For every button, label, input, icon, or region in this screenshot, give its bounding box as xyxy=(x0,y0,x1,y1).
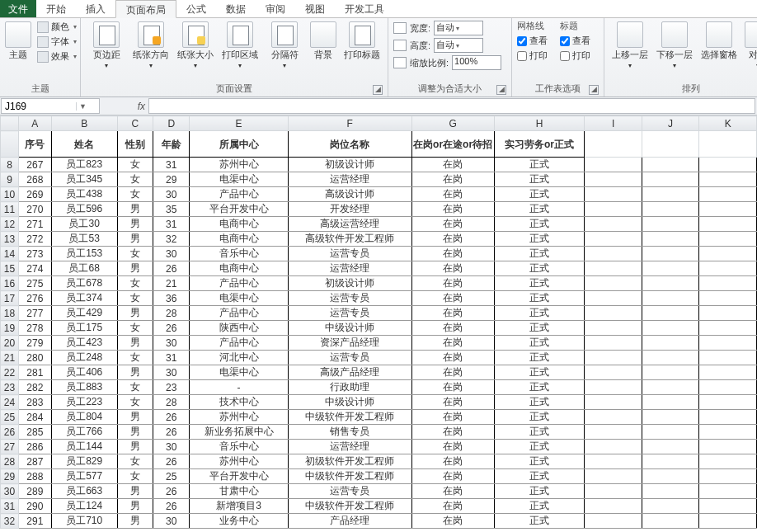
cell[interactable] xyxy=(699,410,757,425)
cell[interactable]: 291 xyxy=(18,514,51,529)
cell[interactable] xyxy=(585,217,642,232)
cell[interactable]: 23 xyxy=(153,380,190,395)
scale-launcher[interactable]: ◢ xyxy=(496,85,506,95)
cell[interactable]: 电渠中心 xyxy=(190,172,289,187)
row-header[interactable]: 26 xyxy=(1,425,19,440)
cell[interactable] xyxy=(642,425,699,440)
cell[interactable]: 正式 xyxy=(494,380,585,395)
cell[interactable] xyxy=(642,514,699,529)
cell[interactable] xyxy=(642,261,699,276)
cell[interactable]: 资深产品经理 xyxy=(288,336,411,351)
cell[interactable]: 女 xyxy=(117,321,153,336)
row-header[interactable]: 23 xyxy=(1,380,19,395)
cell[interactable]: 正式 xyxy=(494,158,585,172)
cell[interactable] xyxy=(585,380,642,395)
cell[interactable]: 29 xyxy=(153,172,190,187)
cell[interactable]: 男 xyxy=(117,410,153,425)
cell[interactable] xyxy=(585,469,642,484)
cell[interactable]: 行政助理 xyxy=(288,380,411,395)
cell[interactable]: 28 xyxy=(153,306,190,321)
cell[interactable] xyxy=(699,321,757,336)
cell[interactable]: 平台开发中心 xyxy=(190,469,289,484)
cell[interactable]: 员工678 xyxy=(51,276,117,291)
row-header[interactable]: 19 xyxy=(1,321,19,336)
fx-icon[interactable]: fx xyxy=(138,101,145,112)
cell[interactable]: 在岗 xyxy=(411,351,494,365)
table-header-cell[interactable]: 在岗or在途or待招 xyxy=(411,131,494,158)
cell[interactable] xyxy=(699,187,757,202)
align-button[interactable]: 对齐▾ xyxy=(743,20,757,73)
cell[interactable] xyxy=(585,247,642,261)
cell[interactable]: 正式 xyxy=(494,454,585,469)
themes-button[interactable]: 主题 xyxy=(5,20,31,61)
cell[interactable]: 员工68 xyxy=(51,261,117,276)
cell[interactable] xyxy=(699,469,757,484)
col-header-I[interactable]: I xyxy=(585,116,642,131)
cell[interactable] xyxy=(642,499,699,514)
cell[interactable]: 女 xyxy=(117,380,153,395)
cell[interactable]: 音乐中心 xyxy=(190,247,289,261)
sheetopt-launcher[interactable]: ◢ xyxy=(589,85,599,95)
row-header[interactable]: 17 xyxy=(1,291,19,306)
row-header[interactable]: 14 xyxy=(1,247,19,261)
cell[interactable] xyxy=(642,365,699,380)
cell[interactable]: 中级设计师 xyxy=(288,395,411,410)
cell[interactable] xyxy=(585,336,642,351)
cell[interactable]: 员工710 xyxy=(51,514,117,529)
cell[interactable]: 在岗 xyxy=(411,247,494,261)
print-area-button[interactable]: 打印区域▾ xyxy=(219,20,261,73)
cell[interactable]: 36 xyxy=(153,291,190,306)
row-header[interactable] xyxy=(1,131,19,158)
cell[interactable]: 279 xyxy=(18,336,51,351)
cell[interactable]: 甘肃中心 xyxy=(190,484,289,499)
cell[interactable] xyxy=(642,454,699,469)
row-header[interactable]: 25 xyxy=(1,410,19,425)
cell[interactable] xyxy=(585,261,642,276)
cell[interactable]: 正式 xyxy=(494,395,585,410)
row-header[interactable]: 12 xyxy=(1,217,19,232)
cell[interactable]: 在岗 xyxy=(411,380,494,395)
cell[interactable] xyxy=(642,131,699,158)
row-header[interactable]: 18 xyxy=(1,306,19,321)
cell[interactable]: 26 xyxy=(153,499,190,514)
row-header[interactable]: 16 xyxy=(1,276,19,291)
row-header[interactable]: 28 xyxy=(1,454,19,469)
cell[interactable]: 287 xyxy=(18,454,51,469)
cell[interactable]: 高级产品经理 xyxy=(288,365,411,380)
col-header-D[interactable]: D xyxy=(153,116,190,131)
cell[interactable]: 电渠中心 xyxy=(190,291,289,306)
cell[interactable]: 正式 xyxy=(494,425,585,440)
cell[interactable] xyxy=(642,484,699,499)
cell[interactable]: 272 xyxy=(18,232,51,247)
cell[interactable]: 员工144 xyxy=(51,440,117,454)
table-header-cell[interactable]: 实习劳务or正式 xyxy=(494,131,585,158)
row-header[interactable]: 15 xyxy=(1,261,19,276)
cell[interactable]: 初级设计师 xyxy=(288,276,411,291)
tab-公式[interactable]: 公式 xyxy=(176,0,216,17)
cell[interactable]: 员工374 xyxy=(51,291,117,306)
cell[interactable]: 21 xyxy=(153,276,190,291)
cell[interactable]: 在岗 xyxy=(411,499,494,514)
cell[interactable] xyxy=(585,232,642,247)
cell[interactable]: 正式 xyxy=(494,514,585,529)
cell[interactable] xyxy=(699,261,757,276)
tab-数据[interactable]: 数据 xyxy=(216,0,256,17)
row-header[interactable]: 9 xyxy=(1,172,19,187)
cell[interactable]: 员工30 xyxy=(51,217,117,232)
cell[interactable]: 高级软件开发工程师 xyxy=(288,232,411,247)
cell[interactable]: 员工53 xyxy=(51,232,117,247)
cell[interactable]: 电商中心 xyxy=(190,261,289,276)
gridlines-view-check[interactable]: 查看 xyxy=(517,34,557,48)
cell[interactable] xyxy=(699,454,757,469)
cell[interactable]: - xyxy=(190,380,289,395)
cell[interactable]: 正式 xyxy=(494,321,585,336)
cell[interactable]: 女 xyxy=(117,247,153,261)
cell[interactable]: 技术中心 xyxy=(190,395,289,410)
cell[interactable]: 35 xyxy=(153,202,190,217)
cell[interactable]: 正式 xyxy=(494,351,585,365)
name-box-input[interactable] xyxy=(2,101,76,112)
cell[interactable] xyxy=(699,499,757,514)
cell[interactable]: 男 xyxy=(117,365,153,380)
cell[interactable]: 268 xyxy=(18,172,51,187)
cell[interactable]: 在岗 xyxy=(411,187,494,202)
